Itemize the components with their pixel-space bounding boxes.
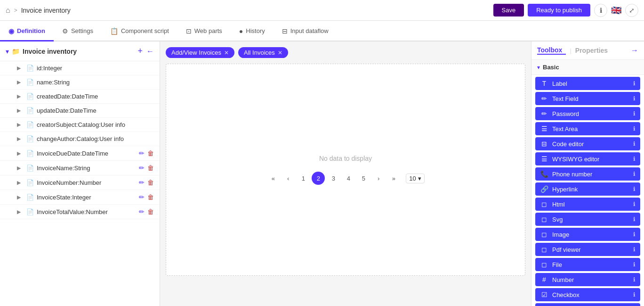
tab-settings[interactable]: ⚙ Settings	[54, 22, 102, 41]
tool-image[interactable]: ◻ Image ℹ	[535, 228, 640, 241]
info-icon[interactable]: ℹ	[633, 231, 636, 238]
tool-hyperlink[interactable]: 🔗 Hyperlink ℹ	[535, 182, 640, 196]
list-item[interactable]: ▶ 📄 InvoiceNumber:Number ✏ 🗑	[0, 175, 160, 190]
publish-button[interactable]: Ready to publish	[528, 4, 590, 17]
delete-icon[interactable]: 🗑	[147, 149, 154, 157]
info-icon[interactable]: ℹ	[633, 201, 636, 207]
sidebar-item-label: InvoiceDueDate:DateTime	[37, 150, 139, 157]
edit-icon[interactable]: ✏	[139, 193, 145, 201]
tool-item-label: File	[552, 261, 629, 268]
expand-icon[interactable]: ⤢	[625, 4, 638, 17]
tool-file[interactable]: ◻ File ℹ	[535, 258, 640, 271]
code-editor-tool-icon: ⊟	[540, 140, 548, 148]
last-page-button[interactable]: »	[387, 172, 400, 185]
page-1-button[interactable]: 1	[297, 172, 310, 185]
edit-icon[interactable]: ✏	[139, 179, 145, 186]
tab-component-script[interactable]: 📋 Component script	[102, 22, 177, 41]
info-icon[interactable]: ℹ	[633, 261, 636, 268]
tab-history[interactable]: ● History	[231, 22, 274, 41]
list-item[interactable]: ▶ 📄 InvoiceState:Integer ✏ 🗑	[0, 190, 160, 205]
tool-item-label: Html	[552, 201, 629, 208]
tool-svg[interactable]: ◻ Svg ℹ	[535, 213, 640, 226]
info-icon[interactable]: ℹ	[633, 246, 636, 253]
edit-icon[interactable]: ✏	[139, 208, 145, 215]
tool-code-editor[interactable]: ⊟ Code editor ℹ	[535, 137, 640, 150]
save-button[interactable]: Save	[493, 4, 524, 17]
page-4-button[interactable]: 4	[342, 172, 355, 185]
info-icon[interactable]: ℹ	[633, 95, 636, 102]
tag-all-invoices[interactable]: All Invoices ✕	[238, 47, 288, 58]
info-icon[interactable]: ℹ	[633, 216, 636, 223]
list-item[interactable]: ▶ 📄 name:String	[0, 75, 160, 90]
tool-html[interactable]: ◻ Html ℹ	[535, 198, 640, 211]
tool-password[interactable]: ✏ Password ℹ	[535, 107, 640, 120]
prev-page-button[interactable]: ‹	[282, 172, 295, 185]
info-icon[interactable]: ℹ	[633, 186, 636, 192]
sidebar-back-button[interactable]: ←	[146, 47, 154, 56]
file-icon: 📄	[26, 65, 34, 72]
item-actions: ✏ 🗑	[139, 193, 154, 201]
edit-icon[interactable]: ✏	[139, 149, 145, 157]
delete-icon[interactable]: 🗑	[147, 193, 154, 201]
language-flag[interactable]: 🇬🇧	[611, 5, 621, 16]
info-icon[interactable]: ℹ	[633, 291, 636, 298]
sidebar-item-label: InvoiceNumber:Number	[37, 179, 139, 186]
page-2-button[interactable]: 2	[312, 172, 325, 185]
toolbox-arrow-icon[interactable]: →	[631, 46, 638, 55]
list-item[interactable]: ▶ 📄 createdDate:DateTime	[0, 90, 160, 104]
page-size-selector[interactable]: 10 ▾	[406, 174, 424, 183]
info-icon[interactable]: ℹ	[633, 125, 636, 132]
delete-icon[interactable]: 🗑	[147, 179, 154, 186]
section-toggle-icon[interactable]: ▾	[537, 64, 540, 71]
file-icon: 📄	[26, 121, 34, 128]
tag-close-icon[interactable]: ✕	[278, 50, 282, 56]
no-data-text: No data to display	[319, 155, 372, 162]
info-icon[interactable]: ℹ	[633, 80, 636, 87]
home-icon[interactable]: ⌂	[6, 6, 10, 15]
file-icon: 📄	[26, 179, 34, 186]
info-icon[interactable]: ℹ	[633, 171, 636, 177]
delete-icon[interactable]: 🗑	[147, 208, 154, 215]
first-page-button[interactable]: «	[266, 172, 280, 185]
list-item[interactable]: ▶ 📄 creatorSubject:Catalog:User info	[0, 118, 160, 132]
tool-item-label: Checkbox	[552, 291, 629, 298]
tag-add-view-invoices[interactable]: Add/View Invoices ✕	[166, 47, 234, 58]
tool-label[interactable]: T Label ℹ	[535, 77, 640, 90]
toolbox-header: Toolbox | Properties →	[531, 41, 644, 60]
list-item[interactable]: ▶ 📄 updateDate:DateTime	[0, 104, 160, 118]
list-item[interactable]: ▶ 📄 changeAuthor:Catalog:User info	[0, 132, 160, 146]
tool-item-label: Svg	[552, 216, 629, 223]
tool-checkbox[interactable]: ☑ Checkbox ℹ	[535, 288, 640, 301]
tab-input-dataflow[interactable]: ⊟ Input dataflow	[274, 22, 337, 41]
tool-number[interactable]: # Number ℹ	[535, 273, 640, 286]
list-item[interactable]: ▶ 📄 InvoiceName:String ✏ 🗑	[0, 161, 160, 175]
tool-wysiwyg-editor[interactable]: ☰ WYSIWYG editor ℹ	[535, 152, 640, 165]
info-icon[interactable]: ℹ	[633, 156, 636, 162]
delete-icon[interactable]: 🗑	[147, 164, 154, 172]
info-icon[interactable]: ℹ	[633, 276, 636, 283]
info-icon[interactable]: ℹ	[633, 141, 636, 147]
tab-toolbox[interactable]: Toolbox	[537, 46, 566, 55]
tag-close-icon[interactable]: ✕	[224, 50, 229, 56]
list-item[interactable]: ▶ 📄 id:Integer	[0, 61, 160, 75]
tab-properties[interactable]: Properties	[575, 47, 612, 54]
page-5-button[interactable]: 5	[357, 172, 370, 185]
label-tool-icon: T	[540, 80, 548, 87]
tool-text-area[interactable]: ☰ Text Area ℹ	[535, 122, 640, 135]
tab-web-parts[interactable]: ⊡ Web parts	[177, 22, 231, 41]
tool-text-field[interactable]: ✏ Text Field ℹ	[535, 92, 640, 105]
tool-phone-number[interactable]: 📞 Phone number ℹ	[535, 167, 640, 181]
page-3-button[interactable]: 3	[327, 172, 340, 185]
list-item[interactable]: ▶ 📄 InvoiceDueDate:DateTime ✏ 🗑	[0, 146, 160, 161]
tab-definition[interactable]: ◉ Definition	[0, 22, 54, 41]
sidebar-add-button[interactable]: +	[137, 46, 143, 56]
sidebar-toggle[interactable]: ▾	[6, 48, 9, 55]
tool-select[interactable]: ◎ Select ℹ	[535, 303, 640, 306]
next-page-button[interactable]: ›	[372, 172, 385, 185]
tool-pdf-viewer[interactable]: ◻ Pdf viewer ℹ	[535, 243, 640, 256]
info-icon[interactable]: ℹ	[633, 110, 636, 117]
info-icon[interactable]: ℹ	[594, 4, 607, 17]
list-item[interactable]: ▶ 📄 InvoiceTotalValue:Number ✏ 🗑	[0, 205, 160, 219]
tab-bar: ◉ Definition ⚙ Settings 📋 Component scri…	[0, 21, 644, 41]
edit-icon[interactable]: ✏	[139, 164, 145, 172]
